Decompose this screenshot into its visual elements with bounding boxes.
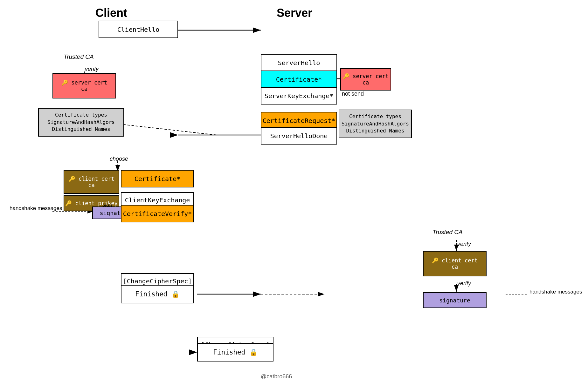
cert-types-left-box: Certificate types SignatureAndHashAlgors…	[38, 108, 124, 137]
client-cert-ca-server-box: 🔑 client cert ca	[423, 251, 487, 276]
certificate-verify-box: CertificateVerify*	[121, 205, 194, 222]
certificate-request-label: CertificateRequest*	[263, 117, 336, 125]
server-cert-ca-right-label: 🔑 server cert ca	[343, 73, 389, 86]
svg-line-4	[118, 124, 216, 135]
client-label: Client	[95, 6, 127, 20]
change-cipher-spec-client-label: [ChangeCipherSpec]	[123, 277, 192, 285]
finished-server-label: Finished 🔒	[213, 348, 258, 356]
certificate-server-label: Certificate*	[276, 76, 322, 83]
server-hello-done-box: ServerHelloDone	[261, 127, 337, 145]
server-key-exchange-box: ServerKeyExchange*	[261, 87, 337, 105]
server-cert-ca-right-box: 🔑 server cert ca	[340, 68, 391, 91]
client-cert-ca-box: 🔑 client cert ca	[64, 170, 119, 194]
server-cert-ca-left-box: 🔑 server cert ca	[52, 73, 116, 98]
server-hello-box: ServerHello	[261, 54, 337, 71]
cert-types-right-label: Certificate types SignatureAndHashAlgors…	[341, 113, 409, 134]
server-label: Server	[277, 6, 312, 20]
client-hello-label: ClientHello	[117, 26, 159, 33]
not-send-label: not send	[342, 91, 364, 97]
server-key-exchange-label: ServerKeyExchange*	[265, 92, 334, 100]
choose-label: choose	[110, 156, 128, 162]
certificate-server-box: Certificate*	[261, 71, 337, 88]
finished-client-box: Finished 🔒	[121, 285, 194, 303]
certificate-request-box: CertificateRequest*	[261, 112, 337, 129]
client-hello-box: ClientHello	[99, 21, 178, 38]
client-cert-ca-label: 🔑 client cert ca	[69, 176, 114, 188]
finished-server-box: Finished 🔒	[197, 343, 273, 361]
client-key-exchange-label: ClientKeyExchange	[125, 196, 190, 204]
cert-types-right-box: Certificate types SignatureAndHashAlgors…	[339, 110, 412, 138]
handshake-messages-right-label: handshake messages	[529, 288, 582, 295]
trusted-ca-client-label: Trusted CA	[64, 53, 94, 60]
trusted-ca-server-label: Trusted CA	[432, 229, 463, 236]
server-hello-label: ServerHello	[278, 59, 320, 67]
cert-types-left-label: Certificate types SignatureAndHashAlgors…	[41, 111, 121, 133]
certificate-client-label: Certificate*	[135, 175, 181, 183]
server-cert-ca-left-label: 🔑 server cert ca	[61, 79, 107, 92]
signature-server-box: signature	[423, 292, 487, 308]
certificate-verify-label: CertificateVerify*	[123, 210, 192, 218]
client-cert-ca-server-label: 🔑 client cert ca	[432, 257, 478, 270]
verify-server2-label: verify	[457, 280, 471, 287]
signature-server-label: signature	[439, 297, 470, 304]
server-hello-done-label: ServerHelloDone	[270, 132, 328, 140]
certificate-client-box: Certificate*	[121, 170, 194, 187]
verify-server-label: verify	[457, 241, 471, 247]
finished-client-label: Finished 🔒	[135, 290, 180, 298]
verify-client-label: verify	[85, 66, 99, 72]
watermark-label: @catbro666	[261, 373, 292, 380]
diagram: Client Server ClientHello ServerHello Ce…	[0, 0, 588, 385]
handshake-messages-left-label: handshake messages	[10, 205, 62, 212]
